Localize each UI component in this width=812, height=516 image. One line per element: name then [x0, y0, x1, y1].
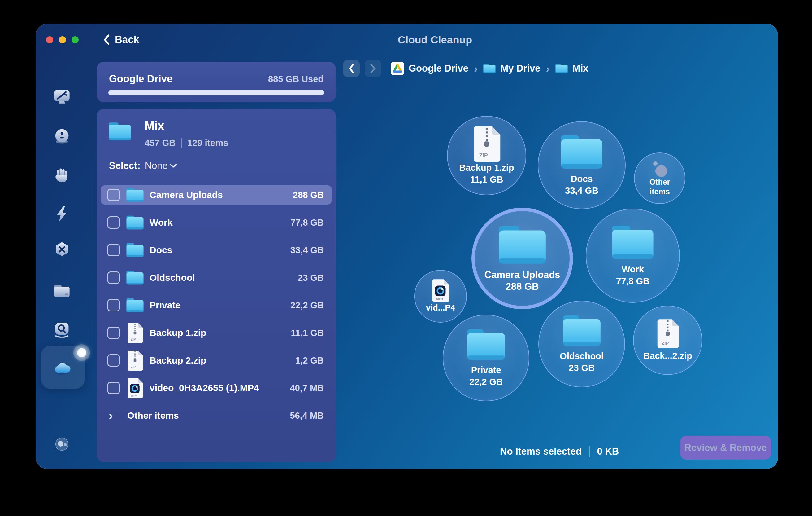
checkbox[interactable]	[108, 189, 120, 201]
bubble-label: Back...2.zip	[643, 350, 692, 362]
back-button[interactable]: Back	[103, 32, 139, 47]
folder-name: Mix	[145, 119, 164, 133]
select-row: Select: None	[109, 160, 176, 171]
bubble-oldschool[interactable]: Oldschool 23 GB	[538, 301, 625, 387]
page-title: Cloud Cleanup	[398, 34, 472, 46]
mp4-file-icon	[126, 378, 144, 398]
list-item-backup1-zip[interactable]: Backup 1.zip 11,1 GB	[100, 323, 332, 343]
folder-icon	[126, 188, 144, 202]
breadcrumb-mix[interactable]: Mix	[555, 63, 588, 74]
folder-panel-card: Mix 457 GB 129 items Select: None Camera…	[96, 109, 336, 462]
zip-file-icon	[472, 126, 501, 162]
list-item-camera-uploads[interactable]: Camera Uploads 288 GB	[100, 185, 332, 205]
bubble-size: 11,1 GB	[470, 173, 503, 185]
sidebar-item-assistant[interactable]	[51, 433, 73, 455]
bubble-size: 23 GB	[569, 362, 595, 374]
back-label: Back	[115, 34, 139, 46]
bubble-other-items[interactable]: Other items	[634, 153, 686, 204]
sidebar-item-cloud-cleanup[interactable]	[51, 357, 73, 379]
bubble-backup2-zip[interactable]: Back...2.zip	[633, 305, 702, 375]
nav-back-button[interactable]	[343, 60, 360, 77]
checkbox[interactable]	[108, 382, 120, 394]
item-name: Private	[149, 300, 180, 310]
folder-icon	[126, 298, 144, 313]
bubble-label: Other	[649, 177, 670, 187]
bubble-label: Private	[471, 364, 501, 376]
folder-item-count: 129 items	[187, 138, 228, 148]
chevron-right-icon	[370, 63, 376, 74]
sidebar-item-smart-scan[interactable]	[51, 86, 73, 108]
bubble-label: Docs	[571, 173, 593, 185]
bubble-label: Backup 1.zip	[459, 162, 514, 173]
item-size: 40,7 MB	[290, 383, 324, 393]
bubbles-cluster-icon	[650, 160, 669, 177]
item-size: 33,4 GB	[290, 245, 324, 255]
ball-icon	[53, 127, 71, 146]
close-window-button[interactable]	[46, 36, 53, 44]
sidebar-item-performance[interactable]	[51, 203, 73, 225]
bubble-docs[interactable]: Docs 33,4 GB	[538, 121, 626, 209]
crumb-label: My Drive	[500, 63, 540, 74]
folder-silver-icon	[53, 282, 71, 300]
item-size: 56,4 MB	[290, 411, 324, 421]
status-text: No Items selected	[500, 446, 582, 457]
sidebar-item-space-lens[interactable]	[51, 319, 73, 341]
checkbox[interactable]	[108, 244, 120, 256]
checkbox[interactable]	[108, 216, 120, 229]
list-item-other-items[interactable]: › Other items 56,4 MB	[100, 406, 332, 425]
sidebar-item-applications[interactable]	[51, 239, 73, 261]
review-remove-button[interactable]: Review & Remove	[680, 436, 771, 460]
folder-icon	[562, 314, 602, 347]
app-window: Back Cloud Cleanup	[36, 24, 778, 469]
sidebar-item-protection[interactable]	[51, 164, 73, 187]
sidebar-item-my-clutter[interactable]	[51, 280, 73, 302]
sidebar-item-care-ball[interactable]	[51, 125, 73, 147]
nav-forward-button[interactable]	[365, 60, 381, 77]
bubble-size: 288 GB	[506, 281, 539, 293]
bubble-label: items	[649, 187, 670, 196]
item-name: Oldschool	[149, 272, 195, 283]
checkbox[interactable]	[108, 327, 120, 339]
list-item-backup2-zip[interactable]: Backup 2.zip 1,2 GB	[100, 351, 332, 370]
bubble-size: 77,8 GB	[616, 275, 649, 287]
cloud-icon	[53, 358, 71, 377]
lightning-icon	[53, 205, 71, 223]
minimize-window-button[interactable]	[59, 36, 66, 44]
bubble-backup1-zip[interactable]: Backup 1.zip 11,1 GB	[447, 116, 526, 195]
bubble-label: vid...P4	[426, 302, 455, 314]
folder-icon	[611, 224, 655, 260]
list-item-docs[interactable]: Docs 33,4 GB	[100, 241, 332, 260]
breadcrumb-my-drive[interactable]: My Drive	[483, 63, 540, 74]
drive-summary-card[interactable]: Google Drive 885 GB Used	[96, 62, 336, 102]
google-drive-icon	[391, 62, 404, 75]
bubble-video-mp4[interactable]: vid...P4	[414, 270, 467, 323]
meta-divider	[181, 138, 182, 148]
bubble-camera-uploads-selected[interactable]: Camera Uploads 288 GB	[471, 208, 573, 309]
checkbox[interactable]	[108, 354, 120, 366]
item-name: Docs	[149, 245, 172, 255]
bubble-private[interactable]: Private 22,2 GB	[443, 315, 529, 401]
list-item-oldschool[interactable]: Oldschool 23 GB	[100, 268, 332, 287]
back-chevron-icon	[103, 34, 110, 45]
folder-icon	[497, 224, 547, 265]
sidebar-divider	[93, 24, 93, 469]
item-size: 22,2 GB	[290, 300, 324, 310]
item-size: 288 GB	[293, 190, 324, 200]
item-size: 23 GB	[298, 273, 324, 283]
select-dropdown[interactable]: None	[145, 160, 176, 171]
checkbox[interactable]	[108, 271, 120, 284]
list-item-video-mp4[interactable]: video_0H3A2655 (1).MP4 40,7 MB	[100, 378, 332, 398]
search-icon	[53, 321, 71, 340]
folder-icon	[126, 270, 144, 285]
list-item-private[interactable]: Private 22,2 GB	[100, 296, 332, 315]
checkbox[interactable]	[108, 299, 120, 311]
breadcrumb-separator: ›	[546, 63, 550, 75]
folder-size: 457 GB	[145, 138, 176, 148]
list-item-work[interactable]: Work 77,8 GB	[100, 213, 332, 232]
bubble-label: Work	[621, 264, 644, 275]
zoom-window-button[interactable]	[71, 36, 79, 44]
item-name: Work	[149, 217, 172, 228]
bubble-work[interactable]: Work 77,8 GB	[586, 209, 680, 303]
item-size: 77,8 GB	[290, 218, 324, 228]
breadcrumb-google-drive[interactable]: Google Drive	[391, 62, 468, 75]
